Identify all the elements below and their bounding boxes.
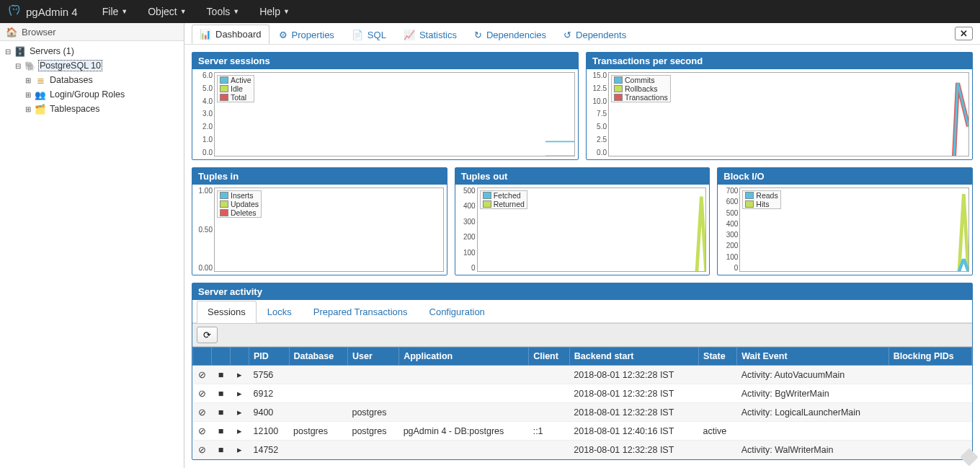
y-axis: 1.000.500.00 — [194, 187, 213, 272]
cancel-icon[interactable]: ⊘ — [193, 403, 212, 422]
panel-tps: Transactions per second 15.012.510.07.55… — [586, 52, 973, 160]
cancel-icon[interactable]: ⊘ — [193, 384, 212, 403]
y-axis: 5004003002001000 — [457, 187, 476, 272]
cell-client — [529, 384, 570, 403]
main-tabs: 📊 Dashboard ⚙ Properties 📄 SQL 📈 Statist… — [184, 23, 980, 45]
main-panel: 📊 Dashboard ⚙ Properties 📄 SQL 📈 Statist… — [184, 23, 980, 468]
refresh-button[interactable]: ⟳ — [197, 327, 218, 343]
cell-wait-event: Activity: AutoVacuumMain — [737, 366, 889, 384]
cell-wait-event — [737, 422, 889, 441]
stats-icon: 📈 — [404, 30, 415, 40]
menu-tools[interactable]: Tools▼ — [197, 0, 250, 23]
tree-server-node[interactable]: ⊟ 🐘 PostgreSQL 10 — [4, 58, 179, 73]
tablespace-icon: 🗂️ — [35, 103, 46, 115]
expand-row-icon[interactable]: ▸ — [231, 441, 249, 459]
stop-icon[interactable]: ■ — [212, 384, 231, 403]
expand-row-icon[interactable]: ▸ — [231, 384, 249, 403]
cancel-icon[interactable]: ⊘ — [193, 366, 212, 384]
table-row[interactable]: ⊘■▸57562018-08-01 12:32:28 ISTActivity: … — [193, 366, 972, 384]
cell-state — [699, 366, 737, 384]
chart-legend: Inserts Updates Deletes — [217, 190, 262, 218]
cell-user — [347, 366, 398, 384]
cell-pid: 6912 — [249, 384, 290, 403]
stop-icon[interactable]: ■ — [212, 366, 231, 384]
cell-application: pgAdmin 4 - DB:postgres — [399, 422, 529, 441]
cell-user: postgres — [347, 422, 398, 441]
expand-icon[interactable]: ⊞ — [24, 76, 32, 84]
close-panel-button[interactable]: ✕ — [955, 27, 973, 40]
cell-wait-event: Activity: LogicalLauncherMain — [737, 403, 889, 422]
stop-icon[interactable]: ■ — [212, 403, 231, 422]
chart-legend: Active Idle Total — [217, 75, 254, 102]
cell-database: postgres — [289, 422, 347, 441]
table-row[interactable]: ⊘■▸147522018-08-01 12:32:28 ISTActivity:… — [193, 441, 972, 459]
tab-prepared[interactable]: Prepared Transactions — [303, 301, 419, 323]
sessions-table: PID Database User Application Client Bac… — [192, 347, 972, 459]
cell-database — [289, 403, 347, 422]
menu-file[interactable]: File▼ — [92, 0, 138, 23]
table-row[interactable]: ⊘■▸9400postgres2018-08-01 12:32:28 ISTAc… — [193, 403, 972, 422]
y-axis: 15.012.510.07.55.02.50.0 — [588, 72, 607, 156]
tree-login-roles[interactable]: ⊞ 👥 Login/Group Roles — [4, 87, 179, 102]
collapse-icon[interactable]: ⊟ — [4, 48, 12, 56]
tab-properties[interactable]: ⚙ Properties — [271, 25, 342, 44]
cell-client: ::1 — [529, 422, 570, 441]
cell-client — [529, 366, 570, 384]
expand-row-icon[interactable]: ▸ — [231, 366, 249, 384]
home-icon: 🏠 — [6, 26, 17, 37]
gear-icon: ⚙ — [279, 30, 288, 40]
cell-state — [699, 403, 737, 422]
tree-databases[interactable]: ⊞ ≣ Databases — [4, 73, 179, 87]
roles-icon: 👥 — [35, 89, 46, 100]
tab-dependencies[interactable]: ↻ Dependencies — [466, 25, 554, 44]
cell-database — [289, 384, 347, 403]
menu-help[interactable]: Help▼ — [249, 0, 300, 23]
tab-locks[interactable]: Locks — [257, 301, 303, 323]
stop-icon[interactable]: ■ — [212, 422, 231, 441]
chart-legend: Fetched Returned — [480, 190, 527, 209]
panel-block-io: Block I/O 7006005004003002001000 — [717, 167, 973, 275]
cell-state — [699, 384, 737, 403]
cell-backend-start: 2018-08-01 12:32:28 IST — [569, 384, 698, 403]
expand-icon[interactable]: ⊞ — [24, 105, 32, 113]
tab-sql[interactable]: 📄 SQL — [344, 25, 394, 44]
stop-icon[interactable]: ■ — [212, 441, 231, 459]
collapse-icon[interactable]: ⊟ — [14, 62, 22, 70]
expand-row-icon[interactable]: ▸ — [231, 422, 249, 441]
cell-backend-start: 2018-08-01 12:32:28 IST — [569, 366, 698, 384]
tab-dashboard[interactable]: 📊 Dashboard — [192, 25, 270, 44]
tab-sessions[interactable]: Sessions — [197, 301, 257, 323]
cell-application — [399, 384, 529, 403]
cell-database — [289, 441, 347, 459]
cell-user: postgres — [347, 403, 398, 422]
panel-tuples-out: Tuples out 5004003002001000 Fetched — [455, 167, 710, 275]
menu-object[interactable]: Object▼ — [138, 0, 196, 23]
dependents-icon: ↺ — [564, 30, 571, 40]
cell-pid: 14752 — [249, 441, 290, 459]
table-row[interactable]: ⊘■▸12100postgrespostgrespgAdmin 4 - DB:p… — [193, 422, 972, 441]
cancel-icon[interactable]: ⊘ — [193, 422, 212, 441]
cell-user — [347, 384, 398, 403]
tree-tablespaces[interactable]: ⊞ 🗂️ Tablespaces — [4, 102, 179, 116]
app-title: pgAdmin 4 — [26, 6, 78, 18]
chart-legend: Reads Hits — [742, 190, 780, 209]
cell-pid: 5756 — [249, 366, 290, 384]
tab-dependents[interactable]: ↺ Dependents — [556, 25, 634, 44]
sql-icon: 📄 — [352, 30, 363, 40]
main-menu: File▼ Object▼ Tools▼ Help▼ — [92, 0, 300, 23]
expand-icon[interactable]: ⊞ — [24, 91, 32, 99]
table-row[interactable]: ⊘■▸69122018-08-01 12:32:28 ISTActivity: … — [193, 384, 972, 403]
expand-row-icon[interactable]: ▸ — [231, 403, 249, 422]
cell-blocking — [888, 422, 971, 441]
tab-configuration[interactable]: Configuration — [419, 301, 496, 323]
refresh-icon: ⟳ — [203, 330, 211, 340]
cell-blocking — [888, 366, 971, 384]
chart-plot — [214, 72, 575, 156]
browser-header: 🏠 Browser — [0, 23, 184, 41]
postgres-icon: 🐘 — [24, 60, 36, 71]
tree-servers[interactable]: ⊟ 🗄️ Servers (1) — [4, 44, 179, 58]
cancel-icon[interactable]: ⊘ — [193, 441, 212, 459]
cell-backend-start: 2018-08-01 12:40:16 IST — [569, 422, 698, 441]
tab-statistics[interactable]: 📈 Statistics — [396, 25, 465, 44]
object-tree[interactable]: ⊟ 🗄️ Servers (1) ⊟ 🐘 PostgreSQL 10 ⊞ ≣ D… — [0, 41, 184, 119]
